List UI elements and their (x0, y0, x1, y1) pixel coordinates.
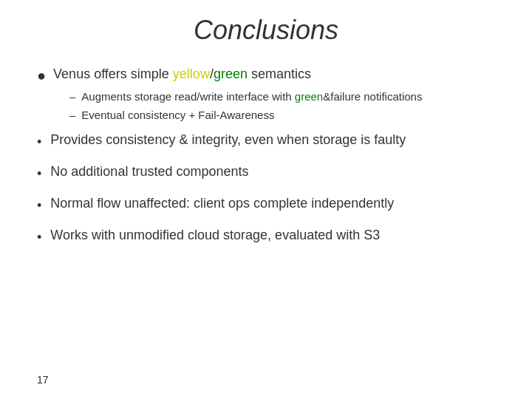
bullet-circle-4: • (37, 228, 41, 248)
first-main-bullet: ● Venus offers simple yellow/green seman… (37, 65, 495, 86)
sub-bullet-1: – Augments storage read/write interface … (69, 89, 495, 106)
bullet-item-1: • Provides consistency & integrity, even… (37, 132, 495, 152)
first-bullet-section: ● Venus offers simple yellow/green seman… (37, 65, 495, 125)
first-bullet-suffix: semantics (248, 66, 311, 81)
bullet-dot-1: ● (37, 65, 46, 86)
bullet-item-3: • Normal flow unaffected: client ops com… (37, 196, 495, 216)
bullet-label-1: Provides consistency & integrity, even w… (50, 132, 406, 148)
bullet-item-2: • No additional trusted components (37, 164, 495, 184)
green-text-2: green (295, 90, 323, 103)
first-bullet-text: Venus offers simple yellow/green semanti… (53, 65, 311, 83)
slide-title: Conclusions (37, 15, 495, 49)
page-number: 17 (37, 374, 49, 386)
bullet-label-3: Normal flow unaffected: client ops compl… (50, 196, 394, 211)
bullet-circle-1: • (37, 132, 41, 152)
sub-bullet-1-text: Augments storage read/write interface wi… (81, 89, 422, 106)
sub-bullet-1-prefix: Augments storage read/write interface wi… (81, 90, 294, 103)
bullet-label-4: Works with unmodified cloud storage, eva… (50, 228, 380, 243)
sub-dash-1: – (69, 89, 75, 106)
sub-dash-2: – (69, 107, 75, 124)
first-bullet-prefix: Venus offers simple (53, 66, 173, 81)
bullet-circle-2: • (37, 164, 41, 184)
slide: Conclusions ● Venus offers simple yellow… (0, 0, 532, 399)
green-text-1: green (214, 66, 248, 81)
bullet-circle-3: • (37, 196, 41, 216)
yellow-text: yellow (173, 66, 210, 81)
sub-bullet-2: – Eventual consistency + Fail-Awareness (69, 107, 495, 124)
sub-bullet-1-suffix: &failure notifications (323, 90, 422, 103)
bullet-item-4: • Works with unmodified cloud storage, e… (37, 228, 495, 248)
sub-bullets: – Augments storage read/write interface … (69, 89, 495, 123)
bullet-label-2: No additional trusted components (50, 164, 248, 180)
sub-bullet-2-text: Eventual consistency + Fail-Awareness (81, 107, 274, 124)
